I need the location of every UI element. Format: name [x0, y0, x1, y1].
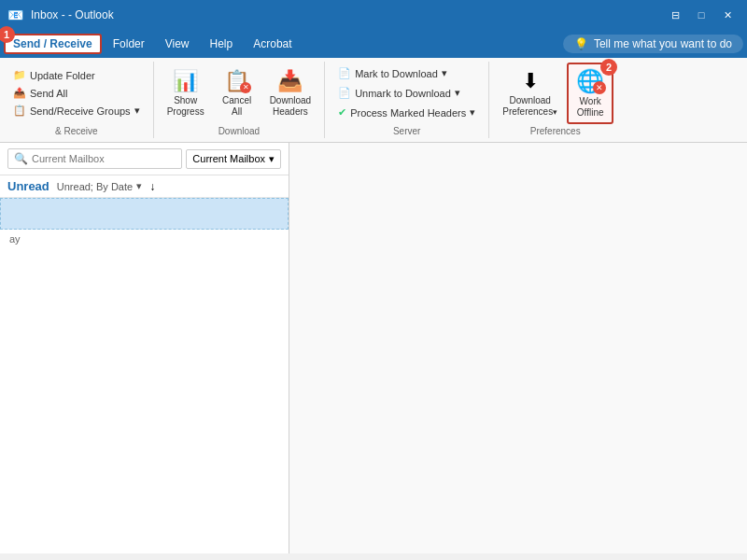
mark-download-label: Mark to Download: [355, 68, 438, 79]
unmark-download-icon: 📄: [338, 87, 351, 99]
work-offline-btn[interactable]: 🌐 ✕ WorkOffline 2: [567, 63, 613, 124]
ribbon-group-receive: 📁 Update Folder 📤 Send All 📋 Send/Receiv…: [0, 62, 154, 138]
download-headers-btn[interactable]: 📥 DownloadHeaders: [264, 65, 317, 121]
work-offline-label: WorkOffline: [577, 96, 604, 119]
menu-send-receive[interactable]: Send / Receive: [4, 34, 102, 54]
send-receive-groups-icon: 📋: [13, 105, 26, 117]
dropdown-arrow-icon: ▾: [134, 105, 140, 117]
unmark-download-arrow: ▾: [455, 87, 460, 99]
filter-unread-label[interactable]: Unread: [7, 179, 49, 193]
send-receive-groups-label: Send/Receive Groups: [30, 105, 131, 117]
restore-btn[interactable]: ⊟: [663, 5, 687, 25]
tell-me-text: Tell me what you want to do: [594, 37, 732, 50]
update-folder-label: Update Folder: [30, 70, 95, 81]
process-marked-icon: ✔: [338, 106, 346, 119]
title-bar: 📧 Inbox - - Outlook ⊟ □ ✕: [0, 0, 747, 30]
cancel-x-badge: ✕: [240, 82, 251, 93]
send-all-icon: 📤: [13, 87, 26, 99]
cancel-all-icon-wrap: 📋 ✕: [224, 69, 249, 93]
mark-to-download-btn[interactable]: 📄 Mark to Download ▾: [332, 65, 453, 81]
preferences-buttons: ⬇ DownloadPreferences▾ 🌐 ✕ WorkOffline 2: [497, 62, 613, 124]
mail-list: ay: [0, 198, 289, 553]
download-headers-label: DownloadHeaders: [270, 95, 311, 118]
menu-folder[interactable]: Folder: [104, 34, 154, 54]
globe-x-badge: ✕: [593, 81, 606, 94]
lightbulb-icon: 💡: [574, 37, 588, 50]
menu-bar: Send / Receive 1 Folder View Help Acroba…: [0, 30, 747, 58]
step-2-badge: 2: [600, 59, 617, 76]
right-panel: [289, 143, 747, 553]
mailbox-dropdown-arrow: ▾: [269, 153, 275, 165]
process-marked-btn[interactable]: ✔ Process Marked Headers ▾: [332, 105, 481, 120]
title-bar-left: 📧 Inbox - - Outlook: [7, 7, 114, 22]
ribbon-group-server: 📄 Mark to Download ▾ 📄 Unmark to Downloa…: [325, 62, 489, 138]
ribbon-group-preferences: ⬇ DownloadPreferences▾ 🌐 ✕ WorkOffline 2…: [489, 62, 621, 138]
sort-direction-icon[interactable]: ↓: [149, 180, 155, 193]
filter-bar: Unread Unread; By Date ▾ ↓: [0, 175, 289, 198]
menu-acrobat[interactable]: Acrobat: [244, 34, 301, 54]
menu-view[interactable]: View: [156, 34, 199, 54]
mail-item[interactable]: [0, 198, 289, 230]
mailbox-label: Current Mailbox: [192, 153, 265, 164]
ribbon: 📁 Update Folder 📤 Send All 📋 Send/Receiv…: [0, 58, 747, 143]
search-icon: 🔍: [14, 152, 28, 165]
maximize-btn[interactable]: □: [689, 5, 713, 25]
send-receive-groups-btn[interactable]: 📋 Send/Receive Groups ▾: [7, 103, 146, 119]
show-progress-btn[interactable]: 📊 ShowProgress: [162, 65, 210, 121]
tell-me-bar[interactable]: 💡 Tell me what you want to do: [563, 35, 743, 53]
download-headers-icon: 📥: [277, 69, 303, 93]
receive-buttons: 📁 Update Folder 📤 Send All 📋 Send/Receiv…: [7, 62, 146, 124]
preferences-group-label: Preferences: [530, 124, 581, 138]
globe-icon-wrap: 🌐 ✕: [576, 68, 604, 94]
download-preferences-label: DownloadPreferences▾: [502, 95, 557, 118]
send-all-label: Send All: [30, 88, 67, 99]
send-all-btn[interactable]: 📤 Send All: [7, 85, 73, 101]
download-preferences-icon: ⬇: [522, 69, 539, 93]
menu-help[interactable]: Help: [201, 34, 243, 54]
close-btn[interactable]: ✕: [715, 5, 740, 25]
unmark-to-download-btn[interactable]: 📄 Unmark to Download ▾: [332, 85, 466, 101]
server-buttons: 📄 Mark to Download ▾ 📄 Unmark to Downloa…: [332, 62, 481, 124]
search-input[interactable]: [32, 153, 176, 164]
app-icon: 📧: [7, 7, 23, 22]
main-content: 🔍 Current Mailbox ▾ Unread Unread; By Da…: [0, 143, 747, 553]
sort-dropdown-arrow: ▾: [136, 180, 142, 192]
mark-download-arrow: ▾: [442, 67, 447, 79]
search-bar: 🔍 Current Mailbox ▾: [0, 143, 289, 175]
cancel-all-btn[interactable]: 📋 ✕ CancelAll: [214, 65, 261, 121]
process-marked-arrow: ▾: [470, 106, 475, 119]
title-bar-controls: ⊟ □ ✕: [663, 5, 740, 25]
download-preferences-btn[interactable]: ⬇ DownloadPreferences▾: [497, 65, 563, 121]
receive-group-label: & Receive: [55, 124, 98, 138]
window-title: Inbox - - Outlook: [31, 8, 114, 21]
process-marked-label: Process Marked Headers: [350, 107, 466, 119]
show-progress-icon: 📊: [173, 69, 198, 93]
day-label: ay: [0, 230, 289, 248]
unmark-download-label: Unmark to Download: [355, 88, 451, 99]
filter-sort[interactable]: Unread; By Date ▾: [57, 180, 142, 192]
ribbon-content: 📁 Update Folder 📤 Send All 📋 Send/Receiv…: [0, 58, 747, 142]
update-folder-btn[interactable]: 📁 Update Folder: [7, 67, 101, 83]
server-group-label: Server: [393, 124, 420, 138]
mark-download-icon: 📄: [338, 67, 351, 79]
mailbox-dropdown[interactable]: Current Mailbox ▾: [186, 149, 281, 169]
download-buttons: 📊 ShowProgress 📋 ✕ CancelAll 📥 DownloadH…: [162, 62, 317, 124]
send-receive-tab-wrap: Send / Receive 1: [4, 34, 102, 54]
download-group-label: Download: [218, 124, 260, 138]
update-folder-icon: 📁: [13, 69, 26, 81]
search-input-wrap[interactable]: 🔍: [7, 148, 182, 169]
ribbon-group-download: 📊 ShowProgress 📋 ✕ CancelAll 📥 DownloadH…: [154, 62, 326, 138]
left-panel: 🔍 Current Mailbox ▾ Unread Unread; By Da…: [0, 143, 289, 553]
sort-label: Unread; By Date: [57, 181, 133, 192]
cancel-all-label: CancelAll: [222, 95, 251, 118]
show-progress-label: ShowProgress: [167, 95, 204, 118]
